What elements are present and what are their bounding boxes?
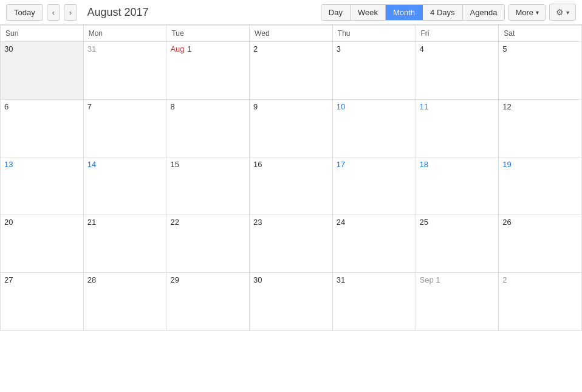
day-number: 2 [253,44,258,53]
view-4days-button[interactable]: 4 Days [423,5,462,20]
weekday-tue: Tue [166,26,250,42]
weekday-mon: Mon [83,26,166,42]
calendar-cell[interactable]: 4 [416,42,499,100]
day-number: 17 [337,160,345,169]
calendar-cell[interactable]: 30 [250,273,333,331]
calendar-cell[interactable]: 10 [332,100,416,157]
day-number: 20 [4,218,13,227]
calendar-cell[interactable]: 2 [250,42,333,100]
day-number: 4 [420,44,424,53]
day-number: 29 [170,275,179,284]
day-number: 30 [253,275,262,284]
next-button[interactable]: › [64,4,77,21]
day-number: 7 [87,102,92,111]
table-row: 20 21 22 23 24 25 26 [1,215,582,273]
day-number: 21 [87,218,96,227]
view-agenda-button[interactable]: Agenda [463,5,505,20]
calendar-cell[interactable]: 28 [83,273,166,331]
calendar-cell[interactable]: 30 [1,42,84,100]
settings-chevron-icon: ▾ [566,9,569,16]
day-number: Aug 1 [170,44,191,53]
chevron-down-icon: ▾ [536,9,539,16]
calendar-cell[interactable]: 27 [1,273,84,331]
calendar-cell[interactable]: 5 [499,42,582,100]
calendar-cell[interactable]: 20 [1,215,84,273]
gear-icon: ⚙ [556,7,564,17]
day-number: 15 [170,160,179,169]
month-title: August 2017 [87,6,310,19]
day-number: 22 [170,218,179,227]
calendar-cell[interactable]: 19 [499,157,582,215]
calendar-cell[interactable]: 6 [1,100,84,157]
calendar-cell[interactable]: 11 [416,100,499,157]
day-number: 8 [170,102,174,111]
calendar-cell[interactable]: 16 [250,157,333,215]
weekday-sat: Sat [499,26,582,42]
day-number: 18 [420,160,428,169]
view-day-button[interactable]: Day [321,5,351,20]
aug-label: Aug [170,44,184,53]
day-number: 11 [420,102,428,111]
calendar-cell[interactable]: 31 [332,273,416,331]
settings-button[interactable]: ⚙ ▾ [549,4,576,21]
calendar-cell[interactable]: 23 [250,215,333,273]
calendar-cell[interactable]: 26 [499,215,582,273]
day-number: 14 [87,160,96,169]
more-button[interactable]: More ▾ [508,4,546,21]
table-row: 27 28 29 30 31 Sep 1 2 [1,273,582,331]
day-number: 27 [4,275,13,284]
calendar-cell[interactable]: Sep 1 [416,273,499,331]
calendar-cell[interactable]: 15 [166,157,250,215]
day-number: 16 [253,160,262,169]
day-number: 30 [4,44,13,53]
day-number: Sep 1 [420,275,440,284]
view-week-button[interactable]: Week [351,5,386,20]
day-number: 23 [253,218,262,227]
table-row: 30 31 Aug 1 2 3 4 5 [1,42,582,100]
calendar-grid: Sun Mon Tue Wed Thu Fri Sat 30 31 Aug 1 … [0,25,582,331]
today-button[interactable]: Today [6,4,43,21]
day-number: 6 [4,102,9,111]
weekday-thu: Thu [332,26,416,42]
weekday-fri: Fri [416,26,499,42]
day-number: 24 [337,218,345,227]
toolbar: Today ‹ › August 2017 Day Week Month 4 D… [0,0,582,25]
day-number: 3 [337,44,341,53]
calendar-cell[interactable]: Aug 1 [166,42,250,100]
table-row: 13 14 15 16 17 18 19 [1,157,582,215]
calendar-cell[interactable]: 17 [332,157,416,215]
calendar-cell[interactable]: 8 [166,100,250,157]
day-number: 28 [87,275,96,284]
calendar-cell[interactable]: 29 [166,273,250,331]
day-number: 2 [502,275,507,284]
day-number: 9 [253,102,258,111]
calendar-cell[interactable]: 7 [83,100,166,157]
day-number: 10 [337,102,345,111]
table-row: 6 7 8 9 10 11 12 [1,100,582,157]
calendar-cell[interactable]: 9 [250,100,333,157]
day-number: 31 [337,275,345,284]
calendar-cell[interactable]: 12 [499,100,582,157]
day-number: 25 [420,218,428,227]
calendar-cell[interactable]: 22 [166,215,250,273]
calendar-cell[interactable]: 24 [332,215,416,273]
weekday-sun: Sun [1,26,84,42]
day-number: 13 [4,160,13,169]
prev-button[interactable]: ‹ [47,4,60,21]
view-buttons: Day Week Month 4 Days Agenda [321,4,505,21]
more-label: More [515,8,533,17]
view-month-button[interactable]: Month [386,5,423,20]
calendar-cell[interactable]: 2 [499,273,582,331]
day-number: 31 [87,44,96,53]
calendar-cell[interactable]: 13 [1,157,84,215]
day-number: 19 [502,160,511,169]
day-number: 12 [502,102,511,111]
calendar-cell[interactable]: 25 [416,215,499,273]
calendar-cell[interactable]: 3 [332,42,416,100]
calendar-cell[interactable]: 21 [83,215,166,273]
calendar-cell[interactable]: 14 [83,157,166,215]
calendar-cell[interactable]: 18 [416,157,499,215]
day-number: 26 [502,218,511,227]
calendar-cell[interactable]: 31 [83,42,166,100]
weekday-wed: Wed [250,26,333,42]
